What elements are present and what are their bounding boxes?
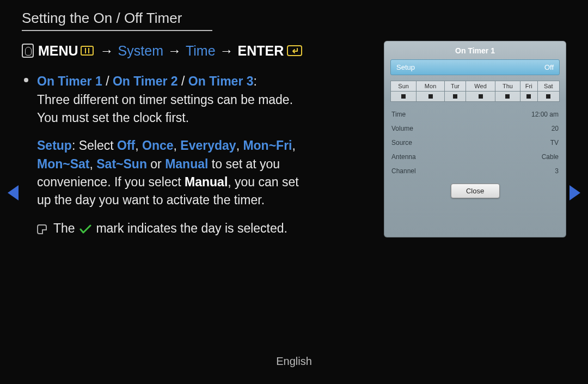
square-icon [505,94,510,99]
day-cell[interactable] [537,92,559,102]
day-header: Fri [520,81,537,92]
kv-time[interactable]: Time 12:00 am [390,107,560,121]
menu-icon [81,46,94,56]
or-word: or [150,157,161,171]
next-page-arrow[interactable] [569,185,580,200]
timer-1-label: On Timer 1 [37,74,102,88]
enter-icon [287,45,302,56]
kv-antenna[interactable]: Antenna Cable [390,150,560,164]
day-header: Tur [444,81,465,92]
day-cell[interactable] [444,92,465,102]
menu-path: MENU → System → Time → ENTER [22,41,370,60]
setup-row[interactable]: Setup Off [390,59,560,75]
manual-inline: Manual [185,175,228,189]
checkmark-icon [79,224,91,234]
bullet-timers: On Timer 1 / On Timer 2 / On Timer 3: Th… [22,72,305,127]
description-column: MENU → System → Time → ENTER On Timer 1 [22,41,370,237]
bullet-setup: Setup: Select Off, Once, Everyday, Mon~F… [22,137,305,209]
opt-monfri: Mon~Fri [243,138,292,153]
bullet-dot-icon [24,78,28,82]
on-timer-panel: On Timer 1 Setup Off Sun Mon Tur Wed Thu… [384,41,566,237]
square-icon [546,94,550,99]
arrow-icon: → [220,41,234,60]
timers-desc: Three different on timer settings can be… [37,93,293,125]
opt-everyday: Everyday [180,138,236,153]
note-icon [37,224,47,234]
square-icon [401,94,406,99]
day-header: Thu [495,81,520,92]
kv-volume[interactable]: Volume 20 [390,121,560,136]
path-system: System [118,41,163,60]
arrow-icon: → [100,41,114,60]
path-enter: ENTER [238,41,284,60]
square-icon [453,94,457,99]
day-header: Wed [466,81,495,92]
arrow-icon: → [168,41,181,60]
day-cell[interactable] [520,92,537,102]
kv-label: Channel [391,167,416,175]
setup-keyword: Setup [37,138,72,153]
opt-monsat: Mon~Sat [37,157,89,171]
kv-value: TV [550,139,559,147]
select-word: Select [79,138,114,153]
kv-source[interactable]: Source TV [390,136,560,150]
day-cell[interactable] [391,92,416,102]
to-word: to [212,157,222,171]
note-post: mark indicates the day is selected. [96,221,287,235]
kv-label: Antenna [391,153,416,161]
separator: / [106,74,113,88]
kv-channel[interactable]: Channel 3 [390,164,560,178]
footer-language: English [0,355,588,368]
day-header: Sat [537,81,559,92]
path-time: Time [186,41,216,60]
days-table: Sun Mon Tur Wed Thu Fri Sat [390,81,560,102]
kv-label: Volume [391,125,413,132]
note-line: The mark indicates the day is selected. [22,220,370,237]
square-icon [428,94,433,99]
timer-2-label: On Timer 2 [113,74,178,88]
opt-off: Off [117,138,135,153]
kv-value: 12:00 am [531,111,559,118]
opt-manual: Manual [165,157,208,171]
square-icon [479,94,483,99]
square-icon [526,94,531,99]
panel-title: On Timer 1 [390,45,560,59]
day-header: Sun [391,81,416,92]
day-cell[interactable] [416,92,445,102]
timer-3-label: On Timer 3 [188,74,254,88]
opt-once: Once [142,138,174,153]
page-title: Setting the On / Off Timer [22,10,212,31]
day-cell[interactable] [466,92,495,102]
kv-value: 3 [555,167,559,175]
kv-label: Source [391,139,412,147]
prev-page-arrow[interactable] [8,185,19,200]
setup-row-label: Setup [396,63,415,71]
opt-satsun: Sat~Sun [96,157,147,171]
setup-row-value: Off [544,63,554,71]
day-cell[interactable] [495,92,520,102]
path-menu: MENU [38,41,78,60]
kv-value: 20 [552,125,559,132]
close-button[interactable]: Close [451,184,500,198]
note-pre: The [53,221,75,235]
kv-value: Cable [542,153,559,161]
kv-label: Time [391,111,406,118]
day-header: Mon [416,81,445,92]
touch-icon [22,44,34,58]
separator: / [181,74,188,88]
